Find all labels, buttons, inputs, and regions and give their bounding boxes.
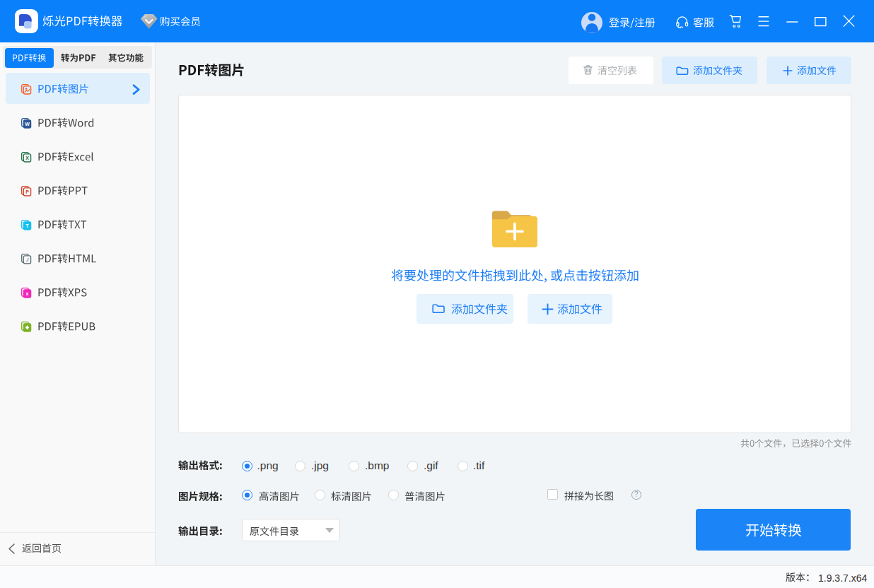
svg-text:X: X — [25, 155, 29, 160]
svg-text:x: x — [26, 290, 29, 295]
svg-text:T: T — [25, 223, 29, 228]
svg-text:./: ./ — [26, 257, 29, 261]
svg-text:P: P — [25, 189, 29, 194]
svg-text:W: W — [25, 121, 30, 126]
